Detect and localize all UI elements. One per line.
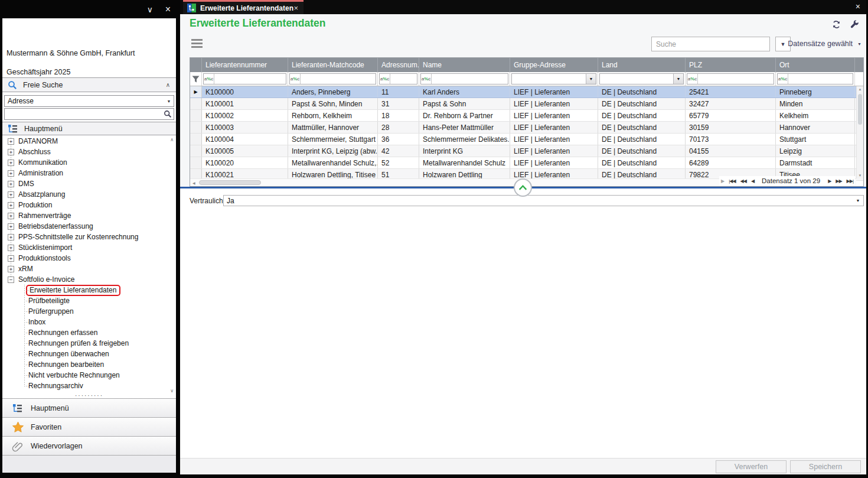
table-cell[interactable]: Rehborn, Kelkheim xyxy=(288,110,378,121)
table-cell[interactable]: 28 xyxy=(378,122,419,133)
tree-item[interactable]: +xRM xyxy=(2,264,176,274)
column-header[interactable]: Ort xyxy=(776,58,855,72)
expand-box-icon[interactable]: + xyxy=(8,213,14,219)
tree-subitem-label[interactable]: Rechnungen bearbeiten xyxy=(28,360,104,369)
like-filter-icon[interactable]: a%c xyxy=(421,74,432,84)
table-cell[interactable]: K100000 xyxy=(202,86,288,97)
table-cell[interactable]: 04155 xyxy=(686,145,776,157)
table-cell[interactable]: LIEF | Lieferanten xyxy=(510,86,598,97)
table-cell[interactable]: Stuttgart xyxy=(776,134,855,145)
table-cell[interactable]: Schlemmermeier, Stuttgart xyxy=(288,134,378,145)
table-cell[interactable]: Schlemmermeier Delikates... xyxy=(419,134,510,145)
tree-subitem-label[interactable]: Rechnungen erfassen xyxy=(28,329,97,337)
scroll-left-icon[interactable]: ◀ xyxy=(192,181,195,185)
scroll-down-icon[interactable]: ▼ xyxy=(857,174,863,177)
column-header[interactable]: Land xyxy=(598,58,686,72)
table-cell[interactable]: Minden xyxy=(776,98,855,109)
table-cell[interactable]: LIEF | Lieferanten xyxy=(510,145,598,157)
table-row[interactable]: K100005Interprint KG, Leipzig (abw....42… xyxy=(190,145,863,157)
save-button[interactable]: Speichern xyxy=(790,460,861,473)
expand-box-icon[interactable]: + xyxy=(8,181,14,187)
records-selected-dropdown[interactable]: Datensätze gewählt ▼ xyxy=(788,40,862,48)
table-cell[interactable]: 11 xyxy=(378,86,419,97)
free-search-header[interactable]: Freie Suche ∧ xyxy=(2,77,176,92)
sidebar-item-hauptmenu[interactable]: Hauptmenü xyxy=(2,398,176,417)
table-cell[interactable]: DE | Deutschland xyxy=(598,145,686,157)
tree-item-label[interactable]: Kommunikation xyxy=(18,158,67,167)
tree-item[interactable]: +Administration xyxy=(2,168,176,178)
chevron-down-icon[interactable]: ▼ xyxy=(164,96,174,106)
expand-box-icon[interactable]: + xyxy=(8,255,14,262)
table-cell[interactable]: 64289 xyxy=(686,157,776,168)
table-cell[interactable]: Mattmüller, Hannover xyxy=(288,122,378,133)
tree-item-label[interactable]: Stücklistenimport xyxy=(18,243,72,252)
tree-item-label[interactable]: Abschluss xyxy=(18,148,51,156)
nav-next-icon[interactable]: ▶ xyxy=(828,178,831,184)
tree-subitem-label[interactable]: Prüfbeteiligte xyxy=(28,297,70,305)
expand-box-icon[interactable]: + xyxy=(8,170,14,177)
menu-button[interactable] xyxy=(191,39,203,48)
table-cell[interactable]: Dr. Rehborn & Partner xyxy=(419,110,510,121)
tree-item[interactable]: +Rahmenverträge xyxy=(2,210,176,221)
column-filter-input[interactable] xyxy=(788,74,853,84)
like-filter-icon[interactable]: a%c xyxy=(778,74,788,84)
column-filter-input[interactable] xyxy=(432,74,508,84)
tree-subitem-label[interactable]: Inbox xyxy=(28,318,45,326)
tree-subitem[interactable]: Rechnungen bearbeiten xyxy=(2,359,176,370)
tree-subitem[interactable]: Rechnungen erfassen xyxy=(2,327,176,338)
table-cell[interactable]: DE | Deutschland xyxy=(598,86,686,97)
refresh-icon[interactable] xyxy=(831,19,841,32)
table-cell[interactable]: DE | Deutschland xyxy=(598,134,686,145)
table-cell[interactable]: 52 xyxy=(378,157,419,168)
expand-box-icon[interactable]: + xyxy=(8,160,14,166)
table-cell[interactable]: Hans-Peter Mattmüller xyxy=(419,122,510,133)
table-cell[interactable]: K100003 xyxy=(202,122,288,133)
tree-item-label[interactable]: Absatzplanung xyxy=(18,190,65,199)
tree-item[interactable]: +DMS xyxy=(2,178,176,189)
tree-item[interactable]: +Abschluss xyxy=(2,147,176,157)
tree-item-label[interactable]: Softfolio e-Invoice xyxy=(18,275,74,284)
scrollbar-thumb[interactable] xyxy=(199,180,261,185)
table-cell[interactable]: Hannover xyxy=(776,122,855,133)
table-cell[interactable]: K100002 xyxy=(202,110,288,121)
column-filter-input[interactable] xyxy=(301,74,376,84)
expand-box-icon[interactable]: + xyxy=(8,191,14,198)
tree-subitem-label[interactable]: Prüfergruppen xyxy=(28,307,74,316)
vertical-scrollbar[interactable]: ▲ ▼ xyxy=(856,86,863,178)
tree-subitem-label[interactable]: Rechnungsarchiv xyxy=(28,382,83,390)
table-cell[interactable]: 36 xyxy=(378,134,419,145)
table-cell[interactable]: K100020 xyxy=(202,157,288,168)
table-cell[interactable]: K100001 xyxy=(202,98,288,109)
table-cell[interactable]: 65779 xyxy=(686,110,776,121)
like-filter-icon[interactable]: a%c xyxy=(204,74,214,84)
column-filter-input[interactable] xyxy=(390,74,417,84)
table-cell[interactable]: 25421 xyxy=(686,86,776,97)
table-cell[interactable]: 32427 xyxy=(686,98,776,109)
column-header[interactable]: Name xyxy=(419,58,510,72)
table-cell[interactable]: Papst & Sohn xyxy=(419,98,510,109)
tree-item[interactable]: +PPS-Schnittstelle zur Kostenrechnung xyxy=(2,232,176,242)
tree-item[interactable]: +Produktionstools xyxy=(2,253,176,264)
tree-item-label[interactable]: Produktion xyxy=(18,201,52,209)
tree-item[interactable]: +Absatzplanung xyxy=(2,189,176,200)
tree-subitem-label[interactable]: Rechnungen überwachen xyxy=(28,350,109,358)
search-submit-icon[interactable] xyxy=(161,109,174,119)
column-filter-input[interactable] xyxy=(214,74,286,84)
table-cell[interactable]: LIEF | Lieferanten xyxy=(510,122,598,133)
table-cell[interactable]: Karl Anders xyxy=(419,86,510,97)
table-cell[interactable]: Papst & Sohn, Minden xyxy=(288,98,378,109)
table-cell[interactable]: Kelkheim xyxy=(776,110,855,121)
table-row[interactable]: K100020Metallwarenhandel Schulz,...52Met… xyxy=(190,157,863,169)
like-filter-icon[interactable]: a%c xyxy=(290,74,301,84)
main-menu-header[interactable]: Hauptmenü xyxy=(2,122,176,135)
table-cell[interactable]: K100004 xyxy=(202,134,288,145)
expand-box-icon[interactable]: + xyxy=(8,202,14,209)
table-row[interactable]: ▶K100000Anders, Pinneberg11Karl AndersLI… xyxy=(190,86,863,98)
tree-subitem[interactable]: Prüfbeteiligte xyxy=(2,295,176,306)
column-filter-input[interactable] xyxy=(698,74,774,84)
table-cell[interactable]: Interprint KG, Leipzig (abw.... xyxy=(288,145,378,157)
column-filter-input[interactable] xyxy=(512,74,586,84)
sidebar-item-wiedervorlagen[interactable]: Wiedervorlagen xyxy=(2,436,176,455)
tree-subitem-label-highlighted[interactable]: Erweiterte Lieferantendaten xyxy=(26,285,120,296)
tree-subitem[interactable]: Rechnungsarchiv xyxy=(2,381,176,391)
